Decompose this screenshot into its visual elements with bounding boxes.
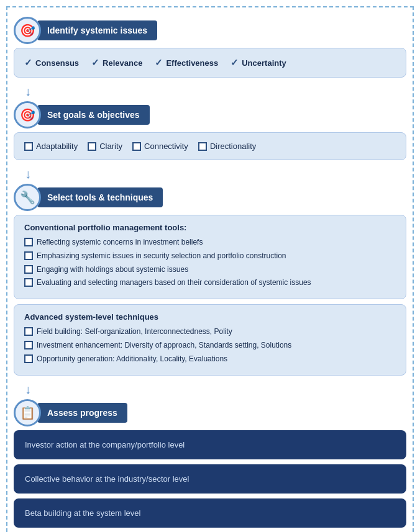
cb-clarity: Clarity: [88, 142, 122, 151]
check-uncertainty: ✓ Uncertainty: [231, 57, 286, 68]
checkbox-tool-0[interactable]: [24, 238, 33, 246]
cb-directionality: Directionality: [198, 142, 256, 151]
tools-icon: 🔧: [14, 184, 41, 211]
section-tools: 🔧 Select tools & techniques Conventional…: [14, 184, 406, 376]
checkbox-directionality[interactable]: [198, 142, 207, 151]
label-directionality: Directionality: [210, 142, 256, 151]
label-relevance: Relevance: [103, 58, 142, 68]
section-identify-header: 🎯 Identify systemic issues: [14, 17, 406, 44]
checkmark-relevance: ✓: [91, 57, 99, 68]
check-relevance: ✓ Relevance: [91, 57, 142, 68]
checkbox-clarity[interactable]: [88, 142, 96, 151]
progress-box-1: Collective behavior at the industry/sect…: [14, 464, 406, 494]
label-clarity: Clarity: [99, 142, 122, 151]
section-assess-header: 📋 Assess progress: [14, 399, 406, 426]
conventional-tools-title: Conventional portfolio management tools:: [24, 223, 396, 232]
checkbox-adv-1[interactable]: [24, 341, 33, 349]
advanced-tools-title: Advanced system-level techniques: [24, 312, 396, 322]
progress-box-0: Investor action at the company/portfolio…: [14, 430, 406, 459]
progress-label-0: Investor action at the company/portfolio…: [25, 440, 185, 449]
goals-icon: 🎯: [14, 101, 41, 128]
advanced-item-2: Opportunity generation: Additionality, L…: [24, 354, 396, 364]
advanced-tools-box: Advanced system-level techniques Field b…: [14, 304, 406, 375]
target2-icon: 🎯: [20, 107, 35, 122]
progress-label-2: Beta building at the system level: [25, 508, 140, 518]
tool-label-0: Reflecting systemic concerns in investme…: [37, 237, 203, 248]
check-effectiveness: ✓ Effectiveness: [155, 57, 218, 68]
arrow-1: ↓: [14, 84, 406, 99]
section-goals-header: 🎯 Set goals & objectives: [14, 101, 406, 128]
progress-box-2: Beta building at the system level: [14, 498, 406, 528]
identify-content: ✓ Consensus ✓ Relevance ✓ Effectiveness …: [14, 48, 406, 78]
check-consensus: ✓ Consensus: [24, 57, 79, 68]
arrow-2: ↓: [14, 166, 406, 181]
label-connectivity: Connectivity: [144, 142, 188, 151]
adv-label-2: Opportunity generation: Additionality, L…: [37, 354, 227, 364]
checkmark-uncertainty: ✓: [231, 57, 239, 68]
goals-content: Adaptability Clarity Connectivity Direct…: [14, 132, 406, 160]
conventional-tools-box: Conventional portfolio management tools:…: [14, 215, 406, 299]
checkbox-tool-1[interactable]: [24, 251, 33, 260]
label-uncertainty: Uncertainty: [242, 58, 286, 68]
checkbox-tool-2[interactable]: [24, 265, 33, 274]
tool-item-3: Evaluating and selecting managers based …: [24, 277, 396, 288]
checkbox-connectivity[interactable]: [132, 142, 141, 151]
clipboard-icon: 📋: [20, 405, 35, 420]
goals-checkbox-row: Adaptability Clarity Connectivity Direct…: [24, 142, 396, 151]
progress-label-1: Collective behavior at the industry/sect…: [25, 474, 189, 484]
identify-icon: 🎯: [14, 17, 41, 44]
tool-item-2: Engaging with holdings about systemic is…: [24, 264, 396, 275]
tool-label-2: Engaging with holdings about systemic is…: [37, 264, 188, 275]
tool-item-0: Reflecting systemic concerns in investme…: [24, 237, 396, 248]
checkmark-effectiveness: ✓: [155, 57, 163, 68]
main-container: 🎯 Identify systemic issues ✓ Consensus ✓…: [6, 6, 414, 532]
checkbox-adaptability[interactable]: [24, 142, 33, 151]
goals-title: Set goals & objectives: [37, 105, 150, 125]
advanced-item-0: Field building: Self-organization, Inter…: [24, 327, 396, 337]
wrench-icon: 🔧: [20, 190, 35, 205]
tools-title: Select tools & techniques: [37, 187, 163, 207]
advanced-item-1: Investment enhancement: Diversity of app…: [24, 340, 396, 351]
label-adaptability: Adaptability: [36, 142, 78, 151]
tool-item-1: Emphasizing systemic issues in security …: [24, 251, 396, 261]
checkbox-tool-3[interactable]: [24, 278, 33, 287]
label-effectiveness: Effectiveness: [166, 58, 218, 68]
assess-icon: 📋: [14, 399, 41, 426]
arrow-3: ↓: [14, 382, 406, 397]
section-tools-header: 🔧 Select tools & techniques: [14, 184, 406, 211]
checkmark-consensus: ✓: [24, 57, 32, 68]
identify-title: Identify systemic issues: [37, 20, 157, 40]
tool-label-1: Emphasizing systemic issues in security …: [37, 251, 286, 261]
cb-connectivity: Connectivity: [132, 142, 188, 151]
checkbox-adv-2[interactable]: [24, 354, 33, 363]
label-consensus: Consensus: [35, 58, 79, 68]
identify-check-row: ✓ Consensus ✓ Relevance ✓ Effectiveness …: [24, 57, 396, 68]
adv-label-1: Investment enhancement: Diversity of app…: [37, 340, 291, 351]
section-goals: 🎯 Set goals & objectives Adaptability Cl…: [14, 101, 406, 160]
checkbox-adv-0[interactable]: [24, 327, 33, 336]
section-identify: 🎯 Identify systemic issues ✓ Consensus ✓…: [14, 17, 406, 78]
adv-label-0: Field building: Self-organization, Inter…: [37, 327, 232, 337]
section-assess: 📋 Assess progress Investor action at the…: [14, 399, 406, 528]
target-icon: 🎯: [20, 23, 35, 38]
cb-adaptability: Adaptability: [24, 142, 78, 151]
assess-title: Assess progress: [37, 403, 127, 423]
tool-label-3: Evaluating and selecting managers based …: [37, 277, 311, 288]
